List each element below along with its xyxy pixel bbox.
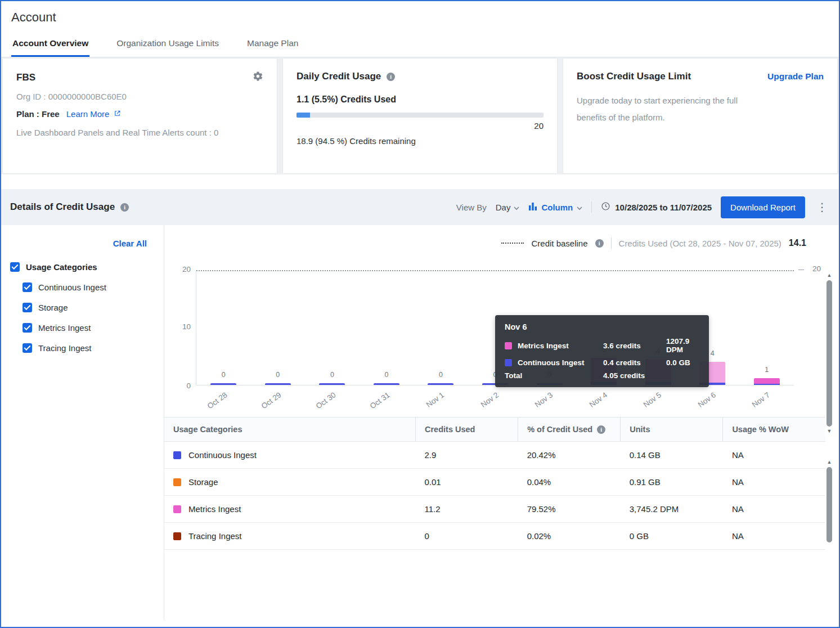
- tooltip-series-units: 1207.9 DPM: [666, 337, 701, 354]
- chart-legend: Credit baseline Credits Used (Oct 28, 20…: [164, 225, 839, 249]
- table-row-tracing-ingest[interactable]: Tracing Ingest 0 0.02% 0 GB NA: [164, 523, 825, 550]
- scroll-thumb[interactable]: [826, 280, 832, 427]
- upgrade-plan-link[interactable]: Upgrade Plan: [767, 71, 824, 82]
- boost-card: Boost Credit Usage Limit Upgrade Plan Up…: [563, 58, 838, 174]
- table-row-continuous-ingest[interactable]: Continuous Ingest 2.9 20.42% 0.14 GB NA: [164, 442, 825, 469]
- table-row-metrics-ingest[interactable]: Metrics Ingest 11.2 79.52% 3,745.2 DPM N…: [164, 496, 825, 523]
- tooltip-series-credits: 3.6 credits: [603, 342, 666, 350]
- filter-tracing-ingest[interactable]: Tracing Ingest: [23, 343, 147, 353]
- tab-manage-plan[interactable]: Manage Plan: [246, 30, 299, 57]
- stacked-bar[interactable]: [428, 383, 453, 385]
- date-range[interactable]: 10/28/2025 to 11/07/2025: [601, 201, 712, 213]
- chart-scrollbar[interactable]: [825, 272, 833, 434]
- stacked-bar[interactable]: [319, 383, 345, 385]
- tab-bar: Account Overview Organization Usage Limi…: [1, 30, 839, 57]
- table-row-storage[interactable]: Storage 0.01 0.04% 0.91 GB NA: [164, 469, 825, 496]
- info-icon[interactable]: [597, 425, 605, 434]
- checkbox-checked-icon[interactable]: [23, 303, 32, 312]
- column-header: Usage % WoW: [723, 418, 825, 442]
- scroll-up-icon[interactable]: [827, 272, 832, 279]
- credits-used-legend-label: Credits Used (Oct 28, 2025 - Nov 07, 202…: [619, 239, 781, 248]
- learn-more-link[interactable]: Learn More: [66, 109, 122, 119]
- y-axis-tick: 0: [174, 382, 191, 390]
- clear-all-link[interactable]: Clear All: [113, 239, 147, 248]
- tooltip-series-name: Continuous Ingest: [518, 358, 603, 367]
- chart-column-nov-1[interactable]: 0Nov 1: [414, 270, 468, 385]
- x-axis-label: Nov 5: [642, 391, 663, 409]
- org-id: Org ID : 0000000000BC60E0: [16, 92, 263, 101]
- x-axis-label: Nov 6: [697, 391, 717, 409]
- gear-icon[interactable]: [253, 71, 263, 84]
- column-header: Units: [621, 418, 723, 442]
- credit-baseline-label: Credit baseline: [531, 239, 587, 248]
- filter-metrics-ingest[interactable]: Metrics Ingest: [23, 323, 147, 333]
- daily-credit-card: Daily Credit Usage 1.1 (5.5%) Credits Us…: [282, 58, 558, 174]
- filter-usage-categories[interactable]: Usage Categories: [10, 262, 147, 272]
- tab-organization-usage-limits[interactable]: Organization Usage Limits: [115, 30, 220, 57]
- daily-credit-title: Daily Credit Usage: [297, 71, 381, 82]
- checkbox-checked-icon[interactable]: [23, 323, 32, 333]
- checkbox-checked-icon[interactable]: [10, 262, 20, 272]
- divider: [591, 201, 592, 213]
- credits-used-total: 14.1: [789, 238, 806, 248]
- bar-value-label: 0: [414, 371, 468, 379]
- x-axis-label: Nov 7: [751, 391, 771, 409]
- filter-continuous-ingest[interactable]: Continuous Ingest: [23, 282, 147, 292]
- summary-cards: FBS Org ID : 0000000000BC60E0 Plan : Fre…: [1, 57, 839, 174]
- tooltip-series-credits: 0.4 credits: [603, 358, 666, 367]
- checkbox-checked-icon[interactable]: [23, 343, 32, 353]
- download-report-button[interactable]: Download Report: [721, 196, 805, 218]
- stacked-bar[interactable]: [754, 378, 780, 385]
- chart-column-oct-28[interactable]: 0Oct 28: [196, 270, 251, 385]
- info-icon[interactable]: [595, 239, 604, 248]
- chart-column-nov-7[interactable]: 1Nov 7: [739, 270, 794, 385]
- bar-value-label: 0: [251, 371, 306, 379]
- credits-remaining-text: 18.9 (94.5 %) Credits remaining: [297, 136, 543, 146]
- chart-type-dropdown[interactable]: Column: [528, 202, 582, 213]
- continuous-ingest-swatch: [505, 359, 512, 366]
- chart-tooltip: Nov 6 Metrics Ingest 3.6 credits 1207.9 …: [495, 315, 709, 387]
- x-axis-label: Oct 28: [205, 391, 228, 411]
- metrics-ingest-swatch: [505, 342, 512, 349]
- filter-storage[interactable]: Storage: [23, 303, 147, 312]
- usage-categories-table: Usage Categories Credits Used % of Credi…: [164, 417, 825, 550]
- bar-value-label: 0: [305, 371, 360, 379]
- y-axis-tick: 20: [174, 265, 191, 273]
- chart-column-oct-30[interactable]: 0Oct 30: [305, 270, 360, 385]
- tooltip-series-units: 0.0 GB: [666, 358, 701, 367]
- clock-icon: [601, 201, 610, 213]
- scroll-up-icon[interactable]: [827, 459, 832, 465]
- boost-title: Boost Credit Usage Limit: [577, 71, 691, 82]
- table-scrollbar[interactable]: [825, 459, 833, 563]
- info-icon[interactable]: [120, 203, 129, 212]
- info-icon[interactable]: [387, 73, 395, 81]
- stacked-bar[interactable]: [210, 383, 236, 385]
- x-axis-label: Nov 1: [425, 391, 446, 409]
- tooltip-series-name: Metrics Ingest: [518, 342, 603, 350]
- tab-account-overview[interactable]: Account Overview: [11, 30, 89, 57]
- column-chart-icon: [528, 202, 537, 213]
- scroll-down-icon[interactable]: [827, 428, 832, 434]
- bar-value-label: 1: [739, 366, 794, 374]
- storage-swatch: [173, 478, 181, 486]
- column-header: % of Credit Used: [518, 418, 621, 442]
- continuous-ingest-swatch: [173, 451, 181, 459]
- boost-body-text: Upgrade today to start experiencing the …: [577, 92, 768, 126]
- metrics-ingest-swatch: [173, 505, 181, 513]
- chart-column-oct-29[interactable]: 0Oct 29: [251, 270, 306, 385]
- checkbox-checked-icon[interactable]: [23, 282, 32, 292]
- chevron-down-icon: [577, 203, 582, 212]
- kebab-menu-icon[interactable]: [814, 200, 830, 214]
- credit-progress-fill: [297, 113, 310, 118]
- scroll-thumb[interactable]: [826, 467, 832, 542]
- column-header: Usage Categories: [164, 418, 416, 442]
- stacked-bar[interactable]: [265, 383, 291, 385]
- view-by-dropdown[interactable]: Day: [496, 203, 520, 212]
- dotted-line-icon: [501, 243, 524, 244]
- chart-column-oct-31[interactable]: 0Oct 31: [360, 270, 414, 385]
- tooltip-total-label: Total: [505, 371, 603, 380]
- bar-value-label: 0: [196, 371, 251, 379]
- chevron-down-icon: [514, 203, 519, 212]
- stacked-bar[interactable]: [374, 383, 399, 385]
- x-axis-label: Oct 30: [314, 391, 337, 411]
